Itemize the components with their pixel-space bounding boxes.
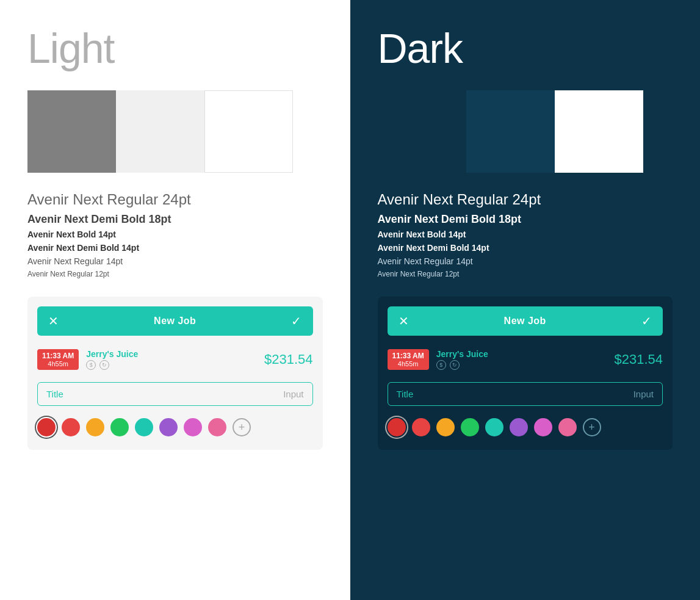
light-job-icons: $ ↻: [86, 360, 264, 370]
light-panel: Light Avenir Next Regular 24pt Avenir Ne…: [0, 0, 350, 600]
dark-typo-14-reg: Avenir Next Regular 14pt: [378, 256, 673, 266]
dark-title-input-row[interactable]: Title Input: [388, 382, 663, 406]
light-swatches: [27, 90, 323, 173]
dark-color-dot-0[interactable]: [388, 418, 406, 436]
light-color-dot-3[interactable]: [110, 418, 129, 436]
light-color-dot-7[interactable]: [208, 418, 226, 436]
light-duration: 4h55m: [42, 360, 74, 367]
light-confirm-icon[interactable]: ✓: [291, 314, 301, 328]
dark-color-dots: +: [388, 414, 663, 440]
swatch-white: [204, 90, 293, 173]
dark-color-dot-4[interactable]: [485, 418, 503, 436]
light-title-label: Title: [46, 389, 63, 399]
dark-job-info: Jerry's Juice $ ↻: [436, 349, 615, 370]
swatch-mid-navy: [466, 90, 555, 173]
dark-cancel-icon[interactable]: ✕: [399, 314, 409, 328]
light-color-dot-6[interactable]: [184, 418, 202, 436]
light-title: Light: [27, 24, 323, 72]
dark-typo-24: Avenir Next Regular 24pt: [378, 191, 673, 208]
typo-14-bold: Avenir Next Bold 14pt: [27, 230, 323, 239]
typo-18: Avenir Next Demi Bold 18pt: [27, 213, 323, 226]
dark-time-badge: 11:33 AM 4h55m: [388, 349, 429, 370]
light-sync-icon: ↻: [99, 360, 109, 370]
swatch-pure-white: [555, 90, 643, 173]
light-dollar-icon: $: [86, 360, 96, 370]
dark-duration: 4h55m: [392, 360, 424, 367]
dark-typography: Avenir Next Regular 24pt Avenir Next Dem…: [378, 191, 673, 278]
light-new-job-title: New Job: [154, 316, 196, 327]
dark-input-placeholder: Input: [633, 389, 654, 399]
typo-24: Avenir Next Regular 24pt: [27, 191, 323, 208]
dark-color-dot-3[interactable]: [461, 418, 479, 436]
dark-color-dot-7[interactable]: [558, 418, 577, 436]
light-job-price: $231.54: [264, 352, 313, 367]
dark-typo-12-reg: Avenir Next Regular 12pt: [378, 270, 673, 278]
light-ui-card: ✕ New Job ✓ 11:33 AM 4h55m Jerry's Juice…: [27, 297, 323, 450]
typo-14-reg: Avenir Next Regular 14pt: [27, 256, 323, 266]
swatch-dark-gray: [27, 90, 116, 173]
light-color-dot-4[interactable]: [135, 418, 153, 436]
dark-job-price: $231.54: [614, 352, 663, 367]
light-color-dot-2[interactable]: [86, 418, 104, 436]
light-time: 11:33 AM: [42, 352, 74, 360]
dark-color-dot-1[interactable]: [412, 418, 430, 436]
dark-typo-14-demi: Avenir Next Demi Bold 14pt: [378, 243, 673, 253]
dark-add-color-button[interactable]: +: [583, 418, 601, 436]
dark-time: 11:33 AM: [392, 352, 424, 360]
light-job-name: Jerry's Juice: [86, 349, 264, 359]
light-typography: Avenir Next Regular 24pt Avenir Next Dem…: [27, 191, 323, 278]
light-color-dot-1[interactable]: [62, 418, 80, 436]
dark-ui-card: ✕ New Job ✓ 11:33 AM 4h55m Jerry's Juice…: [378, 297, 673, 450]
light-new-job-bar[interactable]: ✕ New Job ✓: [37, 306, 313, 336]
dark-new-job-bar[interactable]: ✕ New Job ✓: [388, 306, 663, 336]
light-cancel-icon[interactable]: ✕: [48, 314, 59, 328]
swatch-dark-navy: [378, 90, 466, 173]
dark-sync-icon: ↻: [450, 360, 460, 370]
light-title-input-row[interactable]: Title Input: [37, 382, 313, 406]
dark-title-label: Title: [397, 389, 414, 399]
dark-typo-14-bold: Avenir Next Bold 14pt: [378, 230, 673, 239]
light-color-dots: +: [37, 414, 313, 440]
swatch-light-gray: [116, 90, 204, 173]
typo-14-demi: Avenir Next Demi Bold 14pt: [27, 243, 323, 253]
dark-title: Dark: [378, 24, 673, 72]
light-color-dot-0[interactable]: [37, 418, 56, 436]
dark-confirm-icon[interactable]: ✓: [641, 314, 652, 328]
dark-job-icons: $ ↻: [436, 360, 615, 370]
dark-typo-18: Avenir Next Demi Bold 18pt: [378, 213, 673, 226]
dark-new-job-title: New Job: [504, 316, 546, 327]
dark-swatches: [378, 90, 673, 173]
dark-color-dot-6[interactable]: [534, 418, 552, 436]
dark-color-dot-5[interactable]: [510, 418, 528, 436]
dark-dollar-icon: $: [436, 360, 446, 370]
dark-color-dot-2[interactable]: [436, 418, 455, 436]
light-job-entry: 11:33 AM 4h55m Jerry's Juice $ ↻ $231.54: [37, 345, 313, 374]
dark-panel: Dark Avenir Next Regular 24pt Avenir Nex…: [350, 0, 701, 600]
light-job-info: Jerry's Juice $ ↻: [86, 349, 264, 370]
light-color-dot-5[interactable]: [159, 418, 178, 436]
dark-job-entry: 11:33 AM 4h55m Jerry's Juice $ ↻ $231.54: [388, 345, 663, 374]
light-time-badge: 11:33 AM 4h55m: [37, 349, 79, 370]
light-add-color-button[interactable]: +: [233, 418, 251, 436]
typo-12-reg: Avenir Next Regular 12pt: [27, 270, 323, 278]
light-input-placeholder: Input: [283, 389, 303, 399]
dark-job-name: Jerry's Juice: [436, 349, 615, 359]
